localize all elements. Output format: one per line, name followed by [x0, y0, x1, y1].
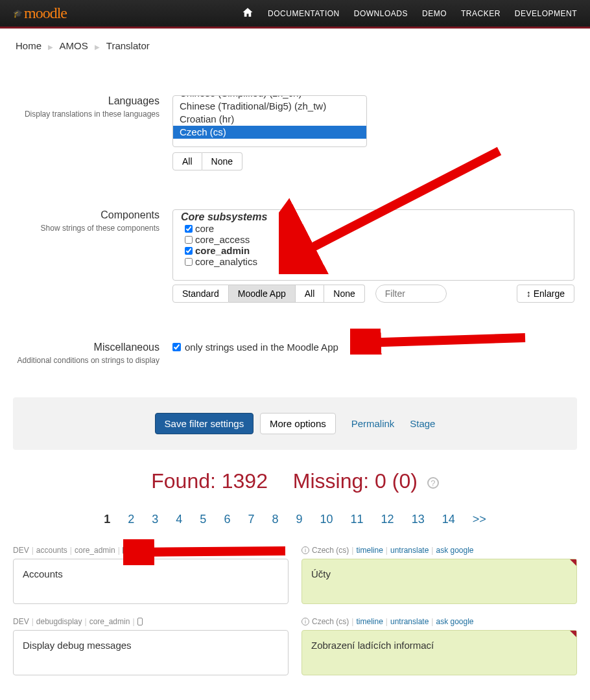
components-heading: Core subsystems: [181, 211, 566, 223]
components-help: Show strings of these components: [13, 224, 159, 233]
nav-documentation[interactable]: DOCUMENTATION: [268, 9, 340, 18]
info-icon[interactable]: i: [301, 546, 309, 554]
missing-label: Missing:: [293, 469, 369, 493]
lang-option-hr[interactable]: Croatian (hr): [173, 113, 366, 126]
home-icon[interactable]: [242, 6, 254, 20]
component-core-access[interactable]: core_access: [185, 234, 566, 245]
logo-cap-icon: 🎓: [13, 9, 23, 18]
components-moodle-app-button[interactable]: Moodle App: [229, 285, 296, 303]
string-source-meta: DEV| debugdisplay| core_admin|: [13, 617, 289, 626]
nav-development[interactable]: DEVELOPMENT: [515, 9, 577, 18]
page-13[interactable]: 13: [412, 513, 425, 526]
languages-all-button[interactable]: All: [172, 152, 202, 170]
page-9[interactable]: 9: [296, 513, 302, 526]
string-source-meta: DEV| accounts| core_admin|: [13, 546, 289, 555]
breadcrumb-home[interactable]: Home: [16, 40, 41, 51]
languages-help: Display translations in these languages: [13, 110, 159, 119]
help-icon[interactable]: ?: [427, 477, 439, 489]
mobile-icon: [137, 618, 143, 625]
chevron-right-icon: ▶: [95, 43, 100, 51]
component-core-analytics-checkbox[interactable]: [185, 258, 193, 266]
source-string-box: Accounts: [13, 559, 289, 604]
timeline-link[interactable]: timeline: [356, 546, 383, 555]
target-string-box[interactable]: Zobrazení ladících informací: [301, 630, 577, 675]
ask-google-link[interactable]: ask google: [436, 546, 473, 555]
component-core-admin[interactable]: core_admin: [185, 245, 566, 256]
target-string-box[interactable]: Účty: [301, 559, 577, 604]
source-string-box: Display debug messages: [13, 630, 289, 675]
component-core-checkbox[interactable]: [185, 225, 193, 233]
component-core-access-checkbox[interactable]: [185, 236, 193, 244]
mobile-icon: [123, 546, 128, 554]
only-app-checkbox[interactable]: [172, 343, 181, 351]
breadcrumb-translator: Translator: [106, 40, 150, 51]
found-label: Found:: [151, 469, 216, 493]
component-core[interactable]: core: [185, 223, 566, 234]
string-row: DEV| accounts| core_admin| Accounts i Cz…: [0, 546, 590, 604]
component-core-admin-checkbox[interactable]: [185, 247, 193, 255]
found-value: 1392: [222, 469, 268, 493]
string-target-meta: i Czech (cs)| timeline| untranslate| ask…: [301, 546, 577, 555]
nav-tracker[interactable]: TRACKER: [461, 9, 501, 18]
lang-option-cs[interactable]: Czech (cs): [173, 126, 366, 139]
chevron-right-icon: ▶: [48, 43, 53, 51]
nav-demo[interactable]: DEMO: [422, 9, 447, 18]
page-2[interactable]: 2: [128, 513, 134, 526]
page-6[interactable]: 6: [224, 513, 230, 526]
only-app-label: only strings used in the Moodle App: [185, 342, 338, 353]
nav-downloads[interactable]: DOWNLOADS: [354, 9, 408, 18]
breadcrumb-amos[interactable]: AMOS: [60, 40, 88, 51]
page-3[interactable]: 3: [152, 513, 158, 526]
component-core-analytics[interactable]: core_analytics: [185, 256, 566, 267]
logo-text: moodle: [24, 5, 67, 22]
timeline-link[interactable]: timeline: [356, 617, 383, 626]
page-next[interactable]: >>: [473, 513, 486, 526]
updown-arrow-icon: ↕: [526, 288, 531, 299]
action-bar: Save filter settings More options Permal…: [13, 397, 577, 450]
languages-label: Languages: [13, 95, 159, 107]
lang-option-zh-cn[interactable]: Chinese (Simplified) (zh_cn): [173, 95, 366, 100]
components-section: Components Show strings of these compone…: [0, 203, 590, 309]
misc-label: Miscellaneous: [13, 342, 159, 353]
misc-help: Additional conditions on strings to disp…: [13, 356, 159, 365]
logo[interactable]: 🎓 moodle: [13, 5, 67, 22]
page-12[interactable]: 12: [381, 513, 394, 526]
components-filter-input[interactable]: [375, 285, 447, 303]
save-filter-button[interactable]: Save filter settings: [155, 413, 254, 434]
lang-option-zh-tw[interactable]: Chinese (Traditional/Big5) (zh_tw): [173, 100, 366, 113]
page-11[interactable]: 11: [351, 513, 364, 526]
string-target-meta: i Czech (cs)| timeline| untranslate| ask…: [301, 617, 577, 626]
page-5[interactable]: 5: [200, 513, 206, 526]
top-nav-links: DOCUMENTATION DOWNLOADS DEMO TRACKER DEV…: [242, 6, 577, 20]
info-icon[interactable]: i: [301, 618, 309, 625]
string-row: DEV| debugdisplay| core_admin| Display d…: [0, 617, 590, 675]
languages-section: Languages Display translations in these …: [0, 89, 590, 177]
missing-value: 0 (0): [375, 469, 418, 493]
page-4[interactable]: 4: [176, 513, 182, 526]
components-none-button[interactable]: None: [324, 285, 364, 303]
breadcrumb: Home ▶ AMOS ▶ Translator: [0, 29, 590, 63]
components-label: Components: [13, 209, 159, 221]
permalink-link[interactable]: Permalink: [351, 418, 395, 429]
page-8[interactable]: 8: [272, 513, 278, 526]
stage-link[interactable]: Stage: [410, 418, 435, 429]
page-14[interactable]: 14: [442, 513, 455, 526]
page-7[interactable]: 7: [248, 513, 254, 526]
top-nav-bar: 🎓 moodle DOCUMENTATION DOWNLOADS DEMO TR…: [0, 0, 590, 29]
stats-row: Found: 1392 Missing: 0 (0) ?: [0, 469, 590, 493]
languages-listbox[interactable]: Chinese (Simplified) (zh_cn) Chinese (Tr…: [172, 95, 367, 147]
untranslate-link[interactable]: untranslate: [390, 617, 429, 626]
pagination: 1 2 3 4 5 6 7 8 9 10 11 12 13 14 >>: [0, 513, 590, 526]
ask-google-link[interactable]: ask google: [436, 617, 473, 626]
components-all-button[interactable]: All: [296, 285, 325, 303]
page-1: 1: [104, 513, 110, 526]
miscellaneous-section: Miscellaneous Additional conditions on s…: [0, 335, 590, 371]
page-10[interactable]: 10: [320, 513, 333, 526]
enlarge-button[interactable]: ↕ Enlarge: [517, 285, 574, 303]
untranslate-link[interactable]: untranslate: [390, 546, 429, 555]
languages-none-button[interactable]: None: [202, 152, 242, 170]
components-listbox[interactable]: Core subsystems core core_access core_ad…: [172, 209, 574, 281]
more-options-button[interactable]: More options: [260, 413, 336, 434]
components-standard-button[interactable]: Standard: [172, 285, 229, 303]
